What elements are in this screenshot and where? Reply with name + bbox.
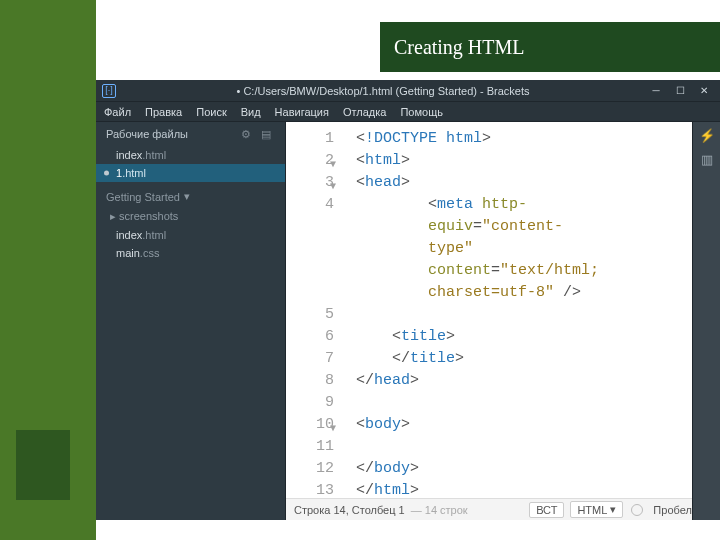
code-line[interactable]: <body> xyxy=(356,414,714,436)
code-line[interactable]: <title> xyxy=(356,326,714,348)
code-line[interactable]: type" xyxy=(356,238,714,260)
menu-edit[interactable]: Правка xyxy=(145,106,182,118)
live-preview-icon[interactable]: ⚡ xyxy=(699,128,715,142)
slide-accent-block xyxy=(16,430,70,500)
line-number: 7 xyxy=(286,348,334,370)
code-line[interactable]: charset=utf-8" /> xyxy=(356,282,714,304)
line-number: 12 xyxy=(286,458,334,480)
folder-screenshots[interactable]: ▸ screenshots xyxy=(96,207,285,226)
code-content[interactable]: <!DOCTYPE html><html><head> <meta http- … xyxy=(342,122,720,498)
line-number: 10▼ xyxy=(286,414,334,436)
line-number: 1 xyxy=(286,128,334,150)
line-number xyxy=(286,238,334,260)
cursor-position: Строка 14, Столбец 1 xyxy=(294,504,405,516)
line-number-gutter: 12▼3▼45678910▼11121314 xyxy=(286,122,342,498)
line-number: 4 xyxy=(286,194,334,216)
working-files-list: index.html1.html xyxy=(96,146,285,182)
statusbar: Строка 14, Столбец 1 — 14 строк ВСТ HTML… xyxy=(286,498,720,520)
menubar: Файл Правка Поиск Вид Навигация Отладка … xyxy=(96,102,720,122)
right-toolbar: ⚡ ▥ xyxy=(692,122,720,520)
line-number: 8 xyxy=(286,370,334,392)
working-files-header: Рабочие файлы ⚙ ▤ xyxy=(96,122,285,146)
code-line[interactable]: <!DOCTYPE html> xyxy=(356,128,714,150)
gear-icon[interactable]: ⚙ xyxy=(241,128,255,140)
slide-title: Creating HTML xyxy=(380,22,720,72)
line-number: 6 xyxy=(286,326,334,348)
menu-navigate[interactable]: Навигация xyxy=(275,106,329,118)
brackets-window: [·] • C:/Users/BMW/Desktop/1.html (Getti… xyxy=(96,80,720,520)
line-number: 2▼ xyxy=(286,150,334,172)
code-line[interactable]: <html> xyxy=(356,150,714,172)
line-number: 13 xyxy=(286,480,334,498)
working-file-index[interactable]: index.html xyxy=(96,146,285,164)
brackets-app-icon: [·] xyxy=(102,84,116,98)
menu-help[interactable]: Помощь xyxy=(400,106,443,118)
code-line[interactable] xyxy=(356,392,714,414)
slide-title-text: Creating HTML xyxy=(394,36,525,59)
code-line[interactable]: <meta http- xyxy=(356,194,714,216)
language-selector[interactable]: HTML ▾ xyxy=(570,501,623,518)
code-line[interactable]: content="text/html; xyxy=(356,260,714,282)
working-files-label: Рабочие файлы xyxy=(106,128,235,140)
sidebar: Рабочие файлы ⚙ ▤ index.html1.html Getti… xyxy=(96,122,286,520)
line-number: 3▼ xyxy=(286,172,334,194)
menu-debug[interactable]: Отладка xyxy=(343,106,386,118)
insert-mode-toggle[interactable]: ВСТ xyxy=(529,502,564,518)
project-tree: ▸ screenshotsindex.htmlmain.css xyxy=(96,207,285,262)
line-number: 11 xyxy=(286,436,334,458)
editor-area: 12▼3▼45678910▼11121314 <!DOCTYPE html><h… xyxy=(286,122,720,520)
slide-accent-band xyxy=(0,0,96,540)
linting-status-icon[interactable] xyxy=(631,504,643,516)
code-line[interactable]: <head> xyxy=(356,172,714,194)
line-number xyxy=(286,260,334,282)
code-line[interactable]: </body> xyxy=(356,458,714,480)
line-number: 5 xyxy=(286,304,334,326)
menu-find[interactable]: Поиск xyxy=(196,106,226,118)
line-number: 9 xyxy=(286,392,334,414)
window-title: • C:/Users/BMW/Desktop/1.html (Getting S… xyxy=(124,85,642,97)
menu-view[interactable]: Вид xyxy=(241,106,261,118)
code-line[interactable]: equiv="content- xyxy=(356,216,714,238)
line-number xyxy=(286,216,334,238)
unsaved-dot-icon xyxy=(104,171,109,176)
code-line[interactable]: </html> xyxy=(356,480,714,498)
project-file-index[interactable]: index.html xyxy=(96,226,285,244)
chevron-down-icon: ▾ xyxy=(184,190,190,203)
chevron-down-icon: ▾ xyxy=(610,503,616,516)
menu-file[interactable]: Файл xyxy=(104,106,131,118)
code-line[interactable] xyxy=(356,304,714,326)
code-line[interactable]: </title> xyxy=(356,348,714,370)
titlebar: [·] • C:/Users/BMW/Desktop/1.html (Getti… xyxy=(96,80,720,102)
code-line[interactable]: </head> xyxy=(356,370,714,392)
maximize-button[interactable]: ☐ xyxy=(670,84,690,98)
extension-manager-icon[interactable]: ▥ xyxy=(699,152,715,166)
window-body: Рабочие файлы ⚙ ▤ index.html1.html Getti… xyxy=(96,122,720,520)
project-file-main[interactable]: main.css xyxy=(96,244,285,262)
working-file-1[interactable]: 1.html xyxy=(96,164,285,182)
minimize-button[interactable]: ─ xyxy=(646,84,666,98)
code-line[interactable] xyxy=(356,436,714,458)
code-editor[interactable]: 12▼3▼45678910▼11121314 <!DOCTYPE html><h… xyxy=(286,122,720,498)
line-count: — 14 строк xyxy=(411,504,468,516)
project-name: Getting Started xyxy=(106,191,180,203)
project-header[interactable]: Getting Started ▾ xyxy=(96,182,285,207)
close-button[interactable]: ✕ xyxy=(694,84,714,98)
line-number xyxy=(286,282,334,304)
split-view-icon[interactable]: ▤ xyxy=(261,128,275,140)
